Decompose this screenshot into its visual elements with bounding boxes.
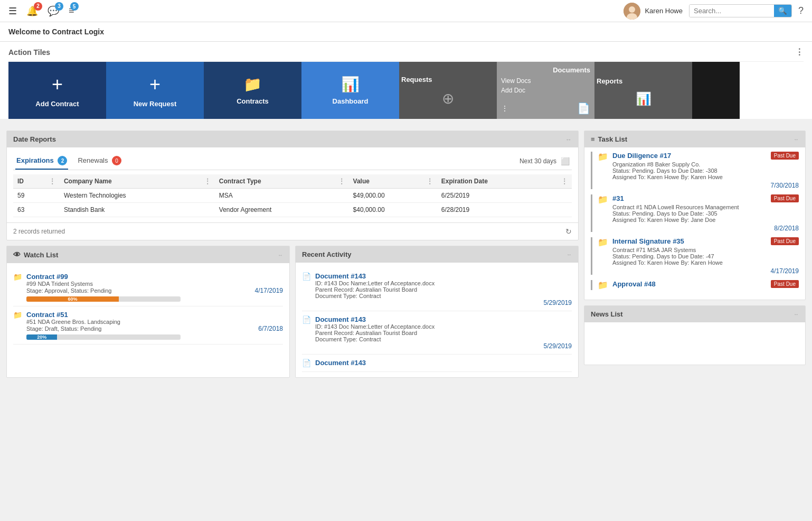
documents-dots[interactable]: ⋮ xyxy=(501,104,508,113)
task-folder-icon: 📁 xyxy=(598,237,608,247)
date-reports-resize[interactable]: ↔ xyxy=(565,136,572,143)
tile-documents[interactable]: Documents View Docs Add Doc ⋮ 📄 xyxy=(497,62,594,119)
notifications-bell[interactable]: 🔔 2 xyxy=(26,5,38,17)
tile-dashboard[interactable]: 📊 Dashboard xyxy=(301,62,399,119)
activity-item[interactable]: 📄 Document #143 ID: #143 Doc Name:Letter… xyxy=(302,311,572,355)
task-list-card: ≡ Task List ↔ 📁 Due Diligence #17 Past D… xyxy=(584,131,806,300)
col-value-dots[interactable]: ⋮ xyxy=(427,178,433,185)
task-item[interactable]: 📁 #31 Past Due Contract #1 NDA Lowell Re… xyxy=(591,194,799,232)
dashboard-icon: 📊 xyxy=(341,76,360,93)
cell-expiration: 6/28/2019 xyxy=(437,203,572,217)
tile-reports[interactable]: Reports 📊 xyxy=(594,62,692,119)
recent-activity-resize[interactable]: ↔ xyxy=(566,252,572,257)
watch-item[interactable]: 📁 Contract #99 #99 NDA Trident Systems S… xyxy=(13,268,283,306)
activity-item[interactable]: 📄 Document #143 ID: #143 Doc Name:Letter… xyxy=(302,268,572,311)
tab-renewals[interactable]: Renewals 0 xyxy=(77,153,122,170)
date-reports-tabs: Expirations 2 Renewals 0 Next 30 days ⬜ xyxy=(13,153,572,170)
tile-add-contract[interactable]: + Add Contract xyxy=(8,62,106,119)
col-expiration-dots[interactable]: ⋮ xyxy=(561,178,568,185)
view-docs-link[interactable]: View Docs xyxy=(501,77,590,85)
task-item[interactable]: 📁 Internal Signature #35 Past Due Contra… xyxy=(591,237,799,275)
watch-title: Contract #99 xyxy=(26,273,283,281)
chat-badge: 3 xyxy=(55,2,63,11)
tile-application[interactable] xyxy=(692,62,740,119)
recent-activity-header: Recent Activity ↔ xyxy=(296,246,578,263)
task-desc3: Assigned To: Karen Howe By: Jane Doe xyxy=(612,217,799,223)
col-id-dots[interactable]: ⋮ xyxy=(49,178,55,185)
watch-desc: #99 NDA Trident Systems xyxy=(26,281,283,287)
records-count: 2 records returned xyxy=(13,228,65,235)
reports-label: Reports xyxy=(594,75,625,87)
refresh-icon[interactable]: ↻ xyxy=(565,227,572,236)
watch-list-header: 👁 Watch List ↔ xyxy=(7,246,289,263)
search-bar: 🔍 xyxy=(689,4,792,17)
activity-line3: Document Type: Contract xyxy=(315,293,572,299)
progress-bar-container: 20% xyxy=(26,334,181,340)
task-desc1: Organization #8 Baker Supply Co. xyxy=(612,161,799,168)
help-button[interactable]: ? xyxy=(798,5,804,16)
watch-list-title-group: 👁 Watch List xyxy=(13,250,58,259)
action-tiles-menu[interactable]: ⋮ xyxy=(795,47,804,57)
task-desc1: Contract #1 NDA Lowell Resources Managem… xyxy=(612,204,799,210)
task-title: #31 xyxy=(612,194,624,202)
task-list-title-group: ≡ Task List xyxy=(591,135,627,143)
recent-activity-card: Recent Activity ↔ 📄 Document #143 ID: #1… xyxy=(295,246,579,378)
activity-date: 5/29/2019 xyxy=(315,299,572,306)
svg-point-1 xyxy=(629,6,635,13)
watch-list-title: Watch List xyxy=(24,251,58,259)
col-type-dots[interactable]: ⋮ xyxy=(338,178,345,185)
task-folder-icon: 📁 xyxy=(598,280,608,290)
activity-line2: Parent Record: Australian Tourist Board xyxy=(315,286,572,293)
task-item[interactable]: 📁 Due Diligence #17 Past Due Organizatio… xyxy=(591,152,799,189)
activity-line1: ID: #143 Doc Name:Letter of Acceptance.d… xyxy=(315,323,572,330)
col-company-dots[interactable]: ⋮ xyxy=(204,178,211,185)
watch-item[interactable]: 📁 Contract #51 #51 NDA Greene Bros. Land… xyxy=(13,306,283,345)
table-footer: 2 records returned ↻ xyxy=(7,222,578,240)
tile-new-request[interactable]: + New Request xyxy=(106,62,204,119)
reports-icon: 📊 xyxy=(636,91,652,106)
search-button[interactable]: 🔍 xyxy=(774,5,791,17)
task-title: Approval #48 xyxy=(612,280,656,288)
past-due-badge: Past Due xyxy=(771,237,799,245)
activity-line3: Document Type: Contract xyxy=(315,336,572,342)
user-info[interactable]: Karen Howe xyxy=(624,3,683,20)
tile-contracts[interactable]: 📁 Contracts xyxy=(204,62,301,119)
chat-icon-wrapper[interactable]: 💬 3 xyxy=(48,5,59,17)
eye-icon: 👁 xyxy=(13,250,21,259)
watch-desc: #51 NDA Greene Bros. Landscaping xyxy=(26,319,283,325)
task-item[interactable]: 📁 Approval #48 Past Due xyxy=(591,280,799,290)
contracts-icon: 📁 xyxy=(243,76,262,93)
tab-expirations[interactable]: Expirations 2 xyxy=(15,153,68,170)
export-icon[interactable]: ⬜ xyxy=(561,157,570,165)
activity-item[interactable]: 📄 Document #143 xyxy=(302,355,572,372)
right-column: ≡ Task List ↔ 📁 Due Diligence #17 Past D… xyxy=(584,131,806,378)
tile-requests[interactable]: Requests ⊕ xyxy=(399,62,497,119)
watch-list-resize[interactable]: ↔ xyxy=(278,252,283,258)
task-list-resize[interactable]: ↔ xyxy=(794,136,799,142)
list-badge: 5 xyxy=(70,2,79,11)
search-input[interactable] xyxy=(690,5,774,17)
contracts-label: Contracts xyxy=(237,97,269,105)
hamburger-icon[interactable]: ☰ xyxy=(8,5,17,17)
notifications-badge: 2 xyxy=(34,2,42,11)
date-reports-title: Date Reports xyxy=(13,135,56,143)
new-request-icon: + xyxy=(149,73,160,96)
main-area: Date Reports ↔ Expirations 2 Renewals 0 xyxy=(0,125,812,378)
action-tiles-title: Action Tiles xyxy=(8,48,50,57)
documents-file-icon: 📄 xyxy=(577,102,590,115)
past-due-badge: Past Due xyxy=(771,280,799,288)
requests-icon: ⊕ xyxy=(442,90,454,107)
news-list-resize[interactable]: ↔ xyxy=(794,311,799,317)
table-row[interactable]: 59 Western Technologies MSA $49,000.00 6… xyxy=(13,189,572,203)
news-list-header: News List ↔ xyxy=(584,306,805,322)
documents-title: Documents xyxy=(501,66,590,74)
watch-list-card: 👁 Watch List ↔ 📁 Contract #99 #99 NDA Tr… xyxy=(6,246,290,378)
list-icon-wrapper[interactable]: ≡ 5 xyxy=(69,5,74,16)
task-desc3: Assigned To: Karen Howe By: Karen Howe xyxy=(612,174,799,180)
past-due-badge: Past Due xyxy=(771,194,799,202)
progress-bar: 20% xyxy=(26,334,57,340)
watch-stage: Stage: Draft, Status: Pending xyxy=(26,325,101,332)
add-doc-link[interactable]: Add Doc xyxy=(501,87,590,94)
recent-activity-title-group: Recent Activity xyxy=(302,250,351,258)
table-row[interactable]: 63 Standish Bank Vendor Agreement $40,00… xyxy=(13,203,572,217)
